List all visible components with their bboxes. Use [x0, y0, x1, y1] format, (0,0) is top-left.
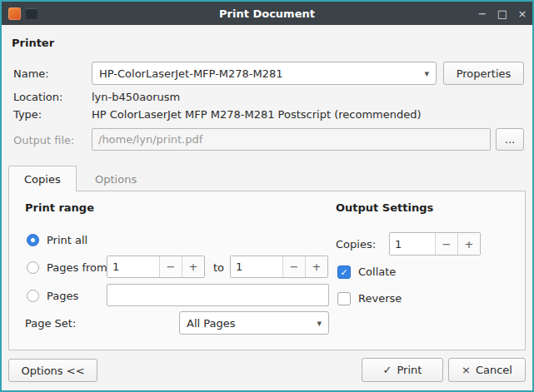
- pages-from-input[interactable]: [107, 256, 159, 277]
- chevron-down-icon: ▾: [424, 68, 429, 79]
- page-set-value: All Pages: [187, 317, 236, 330]
- browse-button-label: ...: [505, 133, 515, 146]
- copies-minus-button[interactable]: −: [435, 233, 457, 255]
- pages-radio[interactable]: [27, 290, 39, 302]
- type-label: Type:: [13, 108, 42, 121]
- pages-from-radio[interactable]: [27, 261, 39, 274]
- collate-checkbox[interactable]: ✓: [337, 265, 351, 279]
- pages-to-minus-button[interactable]: −: [282, 256, 305, 277]
- properties-button[interactable]: Properties: [443, 62, 524, 85]
- printer-name-combo[interactable]: HP-ColorLaserJet-MFP-M278-M281 ▾: [92, 62, 437, 85]
- pages-to-plus-button[interactable]: +: [305, 256, 327, 277]
- page-set-label: Page Set:: [25, 317, 76, 330]
- titlebar: Print Document − □ ×: [2, 2, 532, 25]
- page-set-dropdown[interactable]: All Pages ▾: [179, 311, 329, 335]
- tab-options-label: Options: [95, 173, 137, 186]
- check-icon: ✓: [383, 364, 392, 376]
- app-icon[interactable]: [8, 7, 21, 20]
- pages-from-minus-button[interactable]: −: [159, 256, 182, 277]
- print-dialog-window: Print Document − □ × Printer Name: HP-Co…: [0, 0, 534, 392]
- document-icon: [26, 7, 37, 19]
- copies-label: Copies:: [336, 238, 376, 251]
- location-value: lyn-b450aorusm: [92, 91, 180, 103]
- cancel-button[interactable]: × Cancel: [448, 358, 526, 382]
- output-file-label: Output file:: [13, 134, 74, 146]
- collate-label[interactable]: Collate: [358, 265, 396, 278]
- print-range-header: Print range: [25, 201, 94, 214]
- close-button[interactable]: ×: [512, 2, 532, 25]
- cancel-button-label: Cancel: [476, 364, 512, 376]
- pages-from-label[interactable]: Pages from: [47, 261, 107, 274]
- pages-to-spinner: − +: [230, 256, 328, 278]
- copies-plus-button[interactable]: +: [457, 233, 480, 255]
- pages-label[interactable]: Pages: [47, 290, 78, 302]
- pages-to-input[interactable]: [231, 256, 282, 277]
- print-button-label: Print: [397, 364, 422, 376]
- options-toggle-button[interactable]: Options <<: [8, 359, 97, 382]
- print-all-radio[interactable]: [27, 234, 39, 246]
- print-all-label[interactable]: Print all: [47, 234, 87, 246]
- to-label: to: [213, 261, 224, 274]
- reverse-label[interactable]: Reverse: [358, 292, 402, 305]
- output-settings-header: Output Settings: [336, 201, 433, 214]
- tab-copies[interactable]: Copies: [8, 166, 77, 191]
- window-title: Print Document: [2, 7, 532, 20]
- cross-icon: ×: [462, 364, 471, 376]
- copies-spinner: − +: [389, 232, 481, 256]
- pages-input[interactable]: [107, 284, 329, 306]
- tab-copies-label: Copies: [24, 173, 61, 186]
- location-label: Location:: [13, 91, 62, 103]
- print-button[interactable]: ✓ Print: [362, 358, 443, 382]
- browse-button[interactable]: ...: [496, 128, 524, 151]
- type-value: HP ColorLaserJet MFP M278-M281 Postscrip…: [92, 108, 422, 121]
- pages-from-plus-button[interactable]: +: [182, 256, 204, 277]
- minimize-button[interactable]: −: [472, 2, 492, 25]
- output-file-input[interactable]: [92, 128, 491, 151]
- reverse-checkbox[interactable]: [337, 292, 351, 305]
- chevron-down-icon: ▾: [317, 318, 322, 329]
- printer-name-value: HP-ColorLaserJet-MFP-M278-M281: [99, 67, 283, 80]
- tab-options[interactable]: Options: [80, 167, 152, 191]
- pages-from-spinner: − +: [107, 256, 205, 278]
- name-label: Name:: [13, 67, 49, 80]
- properties-button-label: Properties: [457, 67, 512, 80]
- maximize-button[interactable]: □: [492, 2, 512, 25]
- printer-section-header: Printer: [12, 37, 54, 49]
- copies-input[interactable]: [390, 233, 435, 255]
- options-toggle-label: Options <<: [21, 365, 84, 377]
